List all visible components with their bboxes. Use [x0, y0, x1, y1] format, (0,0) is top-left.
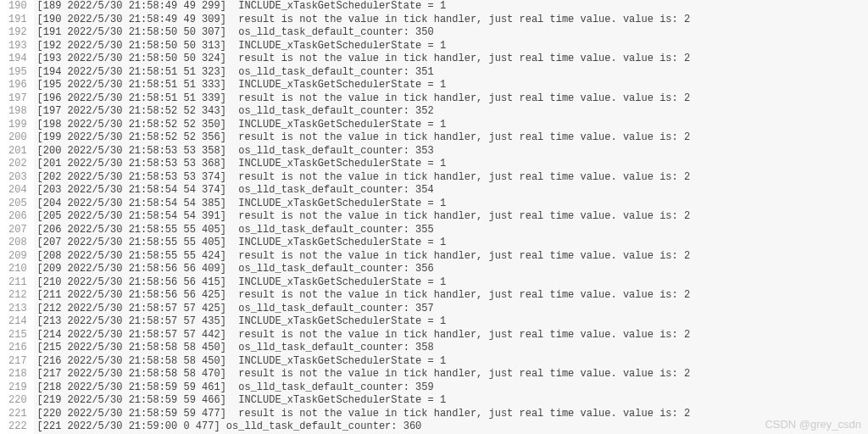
- log-line[interactable]: [197 2022/5/30 21:58:52 52 343] os_lld_t…: [37, 105, 868, 119]
- line-number: 203: [8, 171, 27, 185]
- log-line[interactable]: [201 2022/5/30 21:58:53 53 368] INCLUDE_…: [37, 158, 868, 171]
- line-number: 195: [8, 66, 27, 80]
- line-number: 217: [8, 355, 27, 369]
- line-number: 199: [8, 119, 27, 132]
- line-number: 190: [8, 0, 27, 14]
- log-line[interactable]: [191 2022/5/30 21:58:50 50 307] os_lld_t…: [37, 26, 868, 40]
- line-number: 211: [8, 276, 27, 290]
- log-content[interactable]: [189 2022/5/30 21:58:49 49 299] INCLUDE_…: [34, 0, 868, 434]
- log-line[interactable]: [212 2022/5/30 21:58:57 57 425] os_lld_t…: [37, 303, 868, 316]
- log-line[interactable]: [208 2022/5/30 21:58:55 55 424] result i…: [37, 250, 868, 264]
- line-number: 213: [8, 303, 27, 316]
- line-number: 201: [8, 145, 27, 159]
- line-number: 220: [8, 394, 27, 408]
- line-number: 219: [8, 381, 27, 395]
- line-number: 194: [8, 53, 27, 66]
- log-line[interactable]: [207 2022/5/30 21:58:55 55 405] INCLUDE_…: [37, 236, 868, 250]
- log-line[interactable]: [211 2022/5/30 21:58:56 56 425] result i…: [37, 289, 868, 303]
- line-number: 216: [8, 342, 27, 355]
- line-number: 214: [8, 315, 27, 329]
- line-number: 200: [8, 131, 27, 145]
- log-line[interactable]: [195 2022/5/30 21:58:51 51 333] INCLUDE_…: [37, 79, 868, 92]
- log-line[interactable]: [219 2022/5/30 21:58:59 59 466] INCLUDE_…: [37, 394, 868, 408]
- log-line[interactable]: [204 2022/5/30 21:58:54 54 385] INCLUDE_…: [37, 198, 868, 211]
- log-line[interactable]: [221 2022/5/30 21:59:00 0 477] os_lld_ta…: [37, 420, 868, 434]
- line-number: 218: [8, 368, 27, 381]
- log-line[interactable]: [210 2022/5/30 21:58:56 56 415] INCLUDE_…: [37, 276, 868, 290]
- log-line[interactable]: [194 2022/5/30 21:58:51 51 323] os_lld_t…: [37, 66, 868, 80]
- line-number: 192: [8, 26, 27, 40]
- log-line[interactable]: [217 2022/5/30 21:58:58 58 470] result i…: [37, 368, 868, 381]
- line-number: 215: [8, 329, 27, 342]
- line-number-gutter: 1901911921931941951961971981992002012022…: [0, 0, 34, 434]
- log-line[interactable]: [216 2022/5/30 21:58:58 58 450] INCLUDE_…: [37, 355, 868, 369]
- log-line[interactable]: [199 2022/5/30 21:58:52 52 356] result i…: [37, 131, 868, 145]
- log-editor[interactable]: 1901911921931941951961971981992002012022…: [0, 0, 868, 434]
- line-number: 221: [8, 408, 27, 421]
- line-number: 208: [8, 236, 27, 250]
- log-line[interactable]: [196 2022/5/30 21:58:51 51 339] result i…: [37, 92, 868, 106]
- line-number: 191: [8, 14, 27, 27]
- log-line[interactable]: [220 2022/5/30 21:58:59 59 477] result i…: [37, 408, 868, 421]
- log-line[interactable]: [206 2022/5/30 21:58:55 55 405] os_lld_t…: [37, 224, 868, 237]
- log-line[interactable]: [214 2022/5/30 21:58:57 57 442] result i…: [37, 329, 868, 342]
- line-number: 202: [8, 158, 27, 171]
- line-number: 222: [8, 420, 27, 434]
- line-number: 193: [8, 40, 27, 53]
- log-line[interactable]: [215 2022/5/30 21:58:58 58 450] os_lld_t…: [37, 342, 868, 355]
- line-number: 210: [8, 263, 27, 276]
- line-number: 196: [8, 79, 27, 92]
- line-number: 209: [8, 250, 27, 264]
- log-line[interactable]: [189 2022/5/30 21:58:49 49 299] INCLUDE_…: [37, 0, 868, 14]
- log-line[interactable]: [203 2022/5/30 21:58:54 54 374] os_lld_t…: [37, 184, 868, 198]
- watermark: CSDN @grey_csdn: [765, 418, 861, 431]
- line-number: 198: [8, 105, 27, 119]
- log-line[interactable]: [213 2022/5/30 21:58:57 57 435] INCLUDE_…: [37, 315, 868, 329]
- log-line[interactable]: [205 2022/5/30 21:58:54 54 391] result i…: [37, 210, 868, 224]
- line-number: 197: [8, 92, 27, 106]
- log-line[interactable]: [198 2022/5/30 21:58:52 52 350] INCLUDE_…: [37, 119, 868, 132]
- line-number: 207: [8, 224, 27, 237]
- log-line[interactable]: [190 2022/5/30 21:58:49 49 309] result i…: [37, 14, 868, 27]
- line-number: 212: [8, 289, 27, 303]
- log-line[interactable]: [209 2022/5/30 21:58:56 56 409] os_lld_t…: [37, 263, 868, 276]
- line-number: 205: [8, 198, 27, 211]
- log-line[interactable]: [218 2022/5/30 21:58:59 59 461] os_lld_t…: [37, 381, 868, 395]
- line-number: 204: [8, 184, 27, 198]
- log-line[interactable]: [193 2022/5/30 21:58:50 50 324] result i…: [37, 53, 868, 66]
- log-line[interactable]: [192 2022/5/30 21:58:50 50 313] INCLUDE_…: [37, 40, 868, 53]
- line-number: 206: [8, 210, 27, 224]
- log-line[interactable]: [202 2022/5/30 21:58:53 53 374] result i…: [37, 171, 868, 185]
- log-line[interactable]: [200 2022/5/30 21:58:53 53 358] os_lld_t…: [37, 145, 868, 159]
